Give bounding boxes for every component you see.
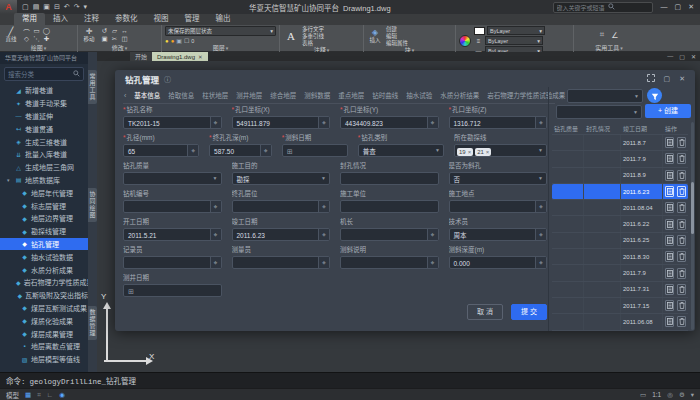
- cancel-button[interactable]: 取 消: [467, 304, 503, 320]
- sidebar-item-煤层成果管理[interactable]: ◆煤层成果管理: [0, 327, 88, 340]
- delete-record-button[interactable]: [677, 300, 686, 311]
- text-input[interactable]: 周本⌖: [449, 228, 548, 241]
- pick-icon[interactable]: ⌖: [210, 229, 221, 240]
- sidebar-item-巷道贯通[interactable]: ↤巷道贯通: [0, 122, 88, 135]
- save-icon[interactable]: ▣: [43, 3, 50, 11]
- date-input[interactable]: ⊞: [123, 284, 222, 297]
- grid-icon[interactable]: ▦: [25, 391, 31, 399]
- mirror-icon[interactable]: ▱: [110, 27, 119, 35]
- doc-minimize-button[interactable]: —: [667, 53, 673, 60]
- view-record-button[interactable]: [665, 202, 674, 213]
- view-record-button[interactable]: [665, 316, 674, 327]
- sidebar-item-勘探线管理[interactable]: ◆勘探线管理: [0, 225, 88, 238]
- text-input[interactable]: ⌖: [340, 228, 439, 241]
- pick-icon[interactable]: ⌖: [318, 117, 329, 128]
- text-input[interactable]: ⌖: [232, 200, 331, 213]
- table-row[interactable]: 2011.8.7: [552, 135, 688, 151]
- drill-search-select[interactable]: ▼: [556, 105, 642, 119]
- pick-icon[interactable]: ⌖: [210, 117, 221, 128]
- pick-icon[interactable]: ⌖: [535, 257, 546, 268]
- sidebar-item-煤质化验成果[interactable]: ◆煤质化验成果: [0, 314, 88, 327]
- customize-icon[interactable]: ▾: [691, 391, 694, 399]
- text-input[interactable]: ⌖: [123, 200, 222, 213]
- settings-gear-icon[interactable]: ⚙: [679, 391, 685, 399]
- view-record-button[interactable]: [665, 268, 674, 279]
- text-input[interactable]: [340, 200, 439, 213]
- layer-on-icon[interactable]: ●: [165, 38, 169, 44]
- dialog-tab-测井地层[interactable]: 测井地层: [236, 90, 262, 100]
- pick-icon[interactable]: ⌖: [427, 117, 438, 128]
- drill-filter-select[interactable]: ▼: [567, 89, 643, 103]
- remove-tag-icon[interactable]: ×: [486, 149, 490, 155]
- text-input[interactable]: 587.50⌖: [209, 144, 272, 157]
- tab-scroll-left-icon[interactable]: ‹: [124, 92, 126, 99]
- delete-record-button[interactable]: [677, 219, 686, 230]
- table-row[interactable]: 2011.7.15: [552, 298, 688, 314]
- snap-icon[interactable]: ⌗: [37, 391, 41, 399]
- ribbon-tab-常用[interactable]: 常用: [14, 13, 45, 25]
- pick-icon[interactable]: ⌖: [318, 229, 329, 240]
- view-record-button[interactable]: [665, 170, 674, 181]
- trim-icon[interactable]: ✂: [110, 35, 119, 43]
- layer-freeze-icon[interactable]: ●: [171, 38, 175, 44]
- pick-icon[interactable]: ⌖: [427, 229, 438, 240]
- rotate-icon[interactable]: ↺: [100, 27, 109, 35]
- table-scrollbar[interactable]: [691, 122, 694, 330]
- filter-button[interactable]: [647, 88, 662, 103]
- dialog-tab-测斜数据[interactable]: 测斜数据: [304, 90, 330, 100]
- command-line[interactable]: 命令: geologyDrillLine_钻孔管理: [0, 372, 700, 388]
- tag-chip[interactable]: 21×: [475, 148, 491, 156]
- block-create-button[interactable]: 创建: [386, 26, 408, 32]
- dialog-tab-柱状地层[interactable]: 柱状地层: [202, 90, 228, 100]
- delete-record-button[interactable]: [677, 153, 686, 164]
- table-row[interactable]: 2011.6.23: [552, 184, 688, 200]
- pick-icon[interactable]: ⌖: [318, 257, 329, 268]
- minimize-button[interactable]: —: [661, 3, 668, 11]
- sidebar-item-地层边界管理[interactable]: ◆地层边界管理: [0, 212, 88, 225]
- circle-icon[interactable]: ◯: [42, 27, 51, 35]
- move-tool-button[interactable]: ✛ 移动: [81, 28, 97, 42]
- text-input[interactable]: 4434409.823⌖: [340, 116, 439, 129]
- mtext-button[interactable]: A: [283, 32, 299, 40]
- open-icon[interactable]: ▤: [33, 3, 40, 11]
- vertical-tab-常用工具[interactable]: 常用工具: [88, 70, 97, 104]
- sidebar-item-批量入库巷道[interactable]: ⇊批量入库巷道: [0, 148, 88, 161]
- view-record-button[interactable]: [665, 284, 674, 295]
- sidebar-item-煤层瓦斯测试成果[interactable]: ◆煤层瓦斯测试成果: [0, 302, 88, 315]
- color-swatch[interactable]: [474, 27, 485, 35]
- pick-icon[interactable]: ⌖: [318, 201, 329, 212]
- isolate-icon[interactable]: ◎: [667, 391, 673, 399]
- stretch-icon[interactable]: ↔: [120, 27, 129, 35]
- layer-lock-icon[interactable]: ▣: [176, 37, 182, 44]
- close-button[interactable]: ✕: [688, 3, 694, 11]
- text-input[interactable]: TK2011-15⌖: [123, 116, 222, 129]
- search-input[interactable]: 键入关键字或短语: [553, 2, 653, 13]
- redo-icon[interactable]: ↷: [74, 3, 80, 11]
- dialog-tab-水质分析结果[interactable]: 水质分析结果: [440, 90, 479, 100]
- dialog-tab-综合地层[interactable]: 综合地层: [270, 90, 296, 100]
- pick-icon[interactable]: ⌖: [535, 229, 546, 240]
- select-input[interactable]: 勘探▼: [232, 172, 331, 185]
- view-record-button[interactable]: [665, 137, 674, 148]
- ribbon-tab-输出[interactable]: 输出: [208, 13, 239, 25]
- delete-record-button[interactable]: [677, 170, 686, 181]
- doc-close-button[interactable]: ✕: [691, 53, 696, 60]
- copy-icon[interactable]: ▣: [100, 35, 109, 43]
- remove-tag-icon[interactable]: ×: [468, 149, 472, 155]
- sidebar-item-巷道手动采集[interactable]: ✦巷道手动采集: [0, 97, 88, 110]
- pick-icon[interactable]: ⌖: [187, 145, 198, 156]
- text-input[interactable]: ⌖: [449, 200, 548, 213]
- dialog-maximize-icon[interactable]: ▢: [664, 75, 671, 83]
- delete-record-button[interactable]: [677, 202, 686, 213]
- sidebar-search-input[interactable]: 搜索分类: [4, 67, 84, 81]
- submit-button[interactable]: 提 交: [511, 304, 547, 320]
- close-tab-icon[interactable]: ✕: [198, 54, 203, 60]
- ribbon-tab-管理[interactable]: 管理: [177, 13, 208, 25]
- vertical-tab-数据管理[interactable]: 数据管理: [88, 306, 97, 340]
- sidebar-item-水质分析成果[interactable]: ◆水质分析成果: [0, 263, 88, 276]
- dialog-tab-岩石物理力学性质试验成果[interactable]: 岩石物理力学性质试验成果: [487, 90, 565, 100]
- rectangle-icon[interactable]: ▭: [32, 27, 41, 35]
- text-input[interactable]: ⌖: [340, 256, 439, 269]
- vertical-tab-协同绘图[interactable]: 协同绘图: [88, 188, 97, 222]
- sidebar-item-新增巷道[interactable]: ◢新增巷道: [0, 84, 88, 97]
